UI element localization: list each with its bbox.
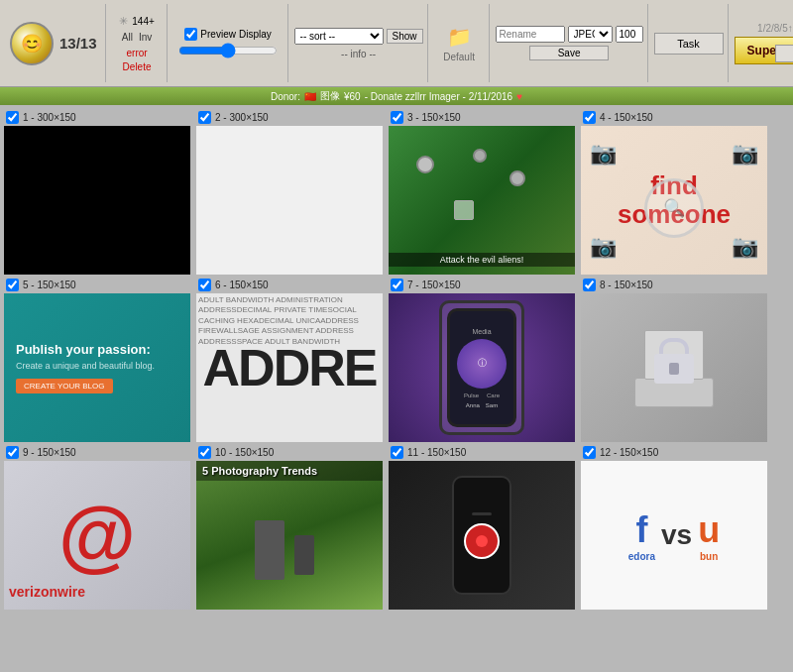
selection-section: ✳ 144+ All Inv error Delete [108,4,168,82]
rename-section: JPEGPNGGIF Save [492,4,648,82]
folder-section: 📁 Default [430,4,490,82]
grid-cell-5: 5 - 150×150 Publish your passion: Create… [4,277,192,442]
grid-cell-2: 2 - 300×150 [196,109,385,275]
image-11-preview[interactable] [389,461,575,610]
folder-icon[interactable]: 📁 [447,25,472,49]
image-7-preview[interactable]: Media ⓘ Pulse Care Anna Sam [389,293,575,442]
grid-cell-6: 6 - 150×150 ADULT BANDWIDTH ADMINISTRATI… [196,277,385,442]
image-9-label: 9 - 150×150 [23,447,76,458]
sort-select[interactable]: -- sort -- [294,28,384,45]
blog-title: Publish your passion: [16,342,151,357]
vip-speed: 1/2/8/5↑ [757,23,793,34]
donor-label: Donor: [271,91,300,102]
star-count: 144+ [132,16,155,27]
clip-button[interactable]: Clip [775,45,793,62]
supervip-section: 1/2/8/5↑ Super VIP [731,4,793,82]
donor-name: 图像 [320,89,340,103]
fedora-f-icon: f [635,509,647,551]
image-3-label: 3 - 150×150 [407,112,461,123]
image-2-checkbox[interactable] [198,111,211,124]
quality-input[interactable] [616,26,643,43]
photo-caption: 5 Photography Trends [202,465,317,477]
ubuntu-u-icon: u [698,509,720,551]
image-6-checkbox[interactable] [198,279,211,291]
grid-cell-7: 7 - 150×150 Media ⓘ Pulse Care An [389,277,577,442]
image-12-checkbox[interactable] [583,446,596,459]
grid-row-2: 5 - 150×150 Publish your passion: Create… [4,277,789,442]
image-5-checkbox[interactable] [6,279,19,291]
image-5-preview[interactable]: Publish your passion: Create a unique an… [4,293,190,442]
image-12-preview[interactable]: f edora vs u bun [581,461,767,610]
toolbar: 😊 13/13 ✳ 144+ All Inv error Delete Prev… [0,0,793,87]
donor-amount: ¥60 [344,91,361,102]
image-11-checkbox[interactable] [391,446,403,459]
address-bg-text: ADULT BANDWIDTH ADMINISTRATION ADDRESSDE… [196,293,383,442]
image-7-label: 7 - 150×150 [407,280,461,290]
blog-subtitle: Create a unique and beautiful blog. [16,361,155,371]
donor-flag: 🇨🇳 [304,91,316,102]
format-select[interactable]: JPEGPNGGIF [568,26,613,43]
image-1-label: 1 - 300×150 [23,112,76,123]
image-4-preview[interactable]: findsomeone 📷 📷 📷 📷 🔍 [581,126,767,275]
grid-cell-10: 10 - 150×150 5 Photography Trends [196,444,385,610]
inv-label[interactable]: Inv [139,32,152,43]
task-button[interactable]: Task [654,33,724,55]
error-label: error [126,48,147,58]
grid-cell-11: 11 - 150×150 [389,444,577,610]
image-10-preview[interactable]: 5 Photography Trends [196,461,383,610]
all-label[interactable]: All [122,32,133,43]
grid-row-3: 9 - 150×150 @ verizonwire 10 - 150×150 [4,444,789,610]
image-1-preview[interactable] [4,126,190,275]
preview-checkbox[interactable] [184,28,197,41]
image-12-label: 12 - 150×150 [600,447,658,458]
image-7-checkbox[interactable] [391,279,403,291]
image-grid: 1 - 300×150 2 - 300×150 3 - 150×150 [0,105,793,672]
blog-cta: CREATE YOUR BLOG [16,379,113,393]
info-label: -- info -- [341,49,376,59]
show-button[interactable]: Show [387,29,423,44]
image-10-checkbox[interactable] [198,446,211,459]
image-2-label: 2 - 300×150 [215,112,269,123]
image-8-checkbox[interactable] [583,279,596,291]
heart-icon: ♥ [516,91,522,102]
image-6-preview[interactable]: ADULT BANDWIDTH ADMINISTRATION ADDRESSDE… [196,293,383,442]
sort-section: -- sort -- Show -- info -- [290,4,428,82]
grid-row-1: 1 - 300×150 2 - 300×150 3 - 150×150 [4,109,789,275]
image-11-label: 11 - 150×150 [407,447,466,458]
preview-label: Preview [200,29,236,40]
task-section: Task [650,4,729,82]
image-6-label: 6 - 150×150 [215,280,269,290]
image-3-preview[interactable]: Attack the evil aliens! [389,126,575,275]
preview-section: Preview Display [170,4,288,82]
save-button[interactable]: Save [529,46,609,60]
logo-section: 😊 13/13 [2,4,106,82]
rename-input[interactable] [496,26,565,43]
app-logo: 😊 [10,22,54,65]
grid-cell-4: 4 - 150×150 findsomeone 📷 📷 📷 📷 🔍 [581,109,769,275]
image-3-caption: Attack the evil aliens! [389,253,575,267]
image-9-checkbox[interactable] [6,446,19,459]
image-5-label: 5 - 150×150 [23,280,76,290]
statusbar: Donor: 🇨🇳 图像 ¥60 - Donate zzllrr Imager … [0,87,793,105]
preview-slider[interactable] [178,43,278,58]
display-label: Display [239,29,272,40]
image-4-checkbox[interactable] [583,111,596,124]
image-4-label: 4 - 150×150 [600,112,653,123]
grid-cell-9: 9 - 150×150 @ verizonwire [4,444,192,610]
at-bottom-text: verizonwire [9,584,85,600]
default-label: Default [443,52,475,62]
grid-cell-12: 12 - 150×150 f edora vs u bun [581,444,769,610]
grid-cell-3: 3 - 150×150 Attack the evil aliens! [389,109,577,275]
image-2-preview[interactable] [196,126,383,275]
image-1-checkbox[interactable] [6,111,19,124]
image-9-preview[interactable]: @ verizonwire [4,461,190,610]
image-8-label: 8 - 150×150 [600,280,653,290]
grid-cell-1: 1 - 300×150 [4,109,192,275]
image-10-label: 10 - 150×150 [215,447,274,458]
image-8-preview[interactable] [581,293,767,442]
grid-cell-8: 8 - 150×150 [581,277,769,442]
image-3-checkbox[interactable] [391,111,403,124]
delete-label[interactable]: Delete [123,61,152,72]
star-icon: ✳ [119,15,128,28]
image-counter: 13/13 [59,35,97,52]
